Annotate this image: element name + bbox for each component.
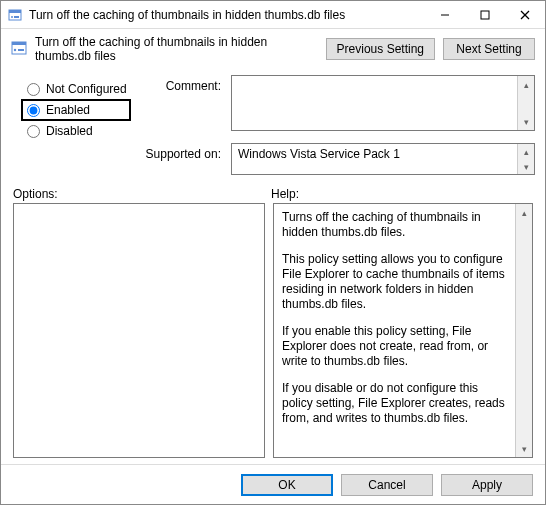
cancel-button[interactable]: Cancel	[341, 474, 433, 496]
svg-point-2	[11, 16, 13, 18]
window-title: Turn off the caching of thumbnails in hi…	[29, 8, 425, 22]
policy-icon	[11, 40, 27, 59]
help-text: Turns off the caching of thumbnails in h…	[274, 204, 515, 457]
radio-disabled-label: Disabled	[46, 124, 93, 138]
supported-on-value: Windows Vista Service Pack 1	[238, 147, 400, 161]
svg-point-10	[14, 48, 16, 50]
comment-label: Comment:	[141, 75, 221, 141]
state-radio-group: Not Configured Enabled Disabled	[27, 75, 131, 141]
radio-not-configured-label: Not Configured	[46, 82, 127, 96]
titlebar: Turn off the caching of thumbnails in hi…	[1, 1, 545, 29]
help-label: Help:	[271, 187, 299, 201]
help-pane: Turns off the caching of thumbnails in h…	[273, 203, 533, 458]
close-button[interactable]	[505, 1, 545, 29]
radio-disabled[interactable]: Disabled	[27, 121, 131, 141]
radio-not-configured[interactable]: Not Configured	[27, 79, 131, 99]
panes: Turns off the caching of thumbnails in h…	[1, 203, 545, 464]
radio-enabled-label: Enabled	[46, 103, 90, 117]
config-area: Not Configured Enabled Disabled Comment:…	[1, 71, 545, 141]
svg-line-7	[521, 11, 529, 19]
radio-enabled-input[interactable]	[27, 104, 40, 117]
supported-row: Supported on: Windows Vista Service Pack…	[1, 141, 545, 181]
maximize-button[interactable]	[465, 1, 505, 29]
next-setting-button[interactable]: Next Setting	[443, 38, 535, 60]
scroll-down-icon[interactable]: ▾	[516, 440, 532, 457]
svg-rect-9	[12, 42, 26, 45]
comment-scrollbar[interactable]: ▴ ▾	[517, 76, 534, 130]
scroll-down-icon[interactable]: ▾	[518, 159, 534, 174]
dialog-footer: OK Cancel Apply	[1, 464, 545, 504]
help-p2: This policy setting allows you to config…	[282, 252, 507, 312]
scroll-up-icon[interactable]: ▴	[518, 76, 534, 93]
svg-rect-11	[18, 49, 24, 51]
svg-line-6	[521, 11, 529, 19]
previous-setting-button[interactable]: Previous Setting	[326, 38, 435, 60]
radio-enabled[interactable]: Enabled	[21, 99, 131, 121]
policy-dialog: Turn off the caching of thumbnails in hi…	[0, 0, 546, 505]
comment-textarea[interactable]: ▴ ▾	[231, 75, 535, 131]
scroll-up-icon[interactable]: ▴	[518, 144, 534, 159]
radio-disabled-input[interactable]	[27, 125, 40, 138]
svg-rect-1	[9, 10, 21, 13]
minimize-button[interactable]	[425, 1, 465, 29]
app-icon	[7, 7, 23, 23]
header-title: Turn off the caching of thumbnails in hi…	[35, 35, 318, 63]
radio-not-configured-input[interactable]	[27, 83, 40, 96]
help-p1: Turns off the caching of thumbnails in h…	[282, 210, 507, 240]
ok-button[interactable]: OK	[241, 474, 333, 496]
apply-button[interactable]: Apply	[441, 474, 533, 496]
supported-scrollbar[interactable]: ▴ ▾	[517, 144, 534, 174]
options-label: Options:	[13, 187, 271, 201]
supported-label: Supported on:	[141, 143, 221, 161]
scroll-down-icon[interactable]: ▾	[518, 113, 534, 130]
help-scrollbar[interactable]: ▴ ▾	[515, 204, 532, 457]
header-row: Turn off the caching of thumbnails in hi…	[1, 29, 545, 71]
pane-labels: Options: Help:	[1, 181, 545, 203]
scroll-up-icon[interactable]: ▴	[516, 204, 532, 221]
help-p4: If you disable or do not configure this …	[282, 381, 507, 426]
svg-rect-5	[481, 11, 489, 19]
options-pane	[13, 203, 265, 458]
supported-on-field: Windows Vista Service Pack 1 ▴ ▾	[231, 143, 535, 175]
help-p3: If you enable this policy setting, File …	[282, 324, 507, 369]
svg-rect-3	[14, 16, 19, 18]
